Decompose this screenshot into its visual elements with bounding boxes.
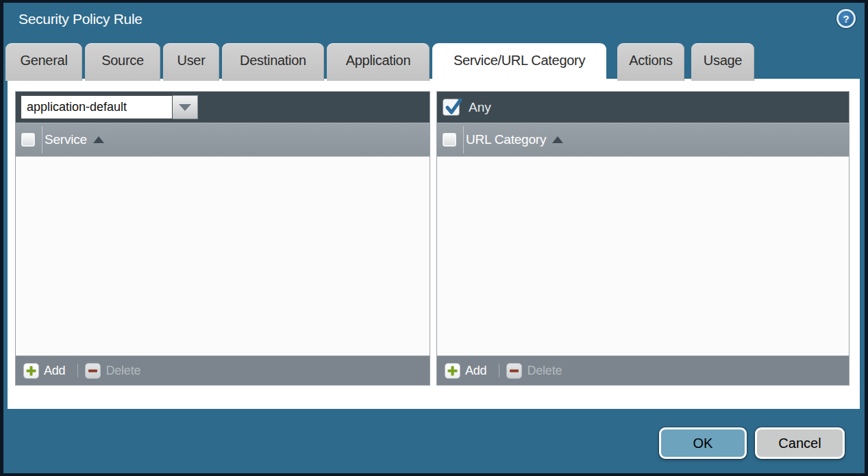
sort-ascending-icon — [93, 136, 104, 143]
service-panel: application-default Service Add — [15, 91, 430, 386]
service-column-header[interactable]: Service — [45, 132, 87, 147]
service-table-header: Service — [16, 123, 430, 156]
help-question-glyph: ? — [843, 13, 849, 25]
tab-application[interactable]: Application — [327, 43, 430, 81]
service-table-body[interactable] — [16, 156, 430, 355]
ok-button[interactable]: OK — [659, 427, 747, 459]
delete-button-label: Delete — [106, 364, 140, 378]
service-type-dropdown-button[interactable] — [173, 95, 198, 119]
toolbar-divider — [77, 364, 78, 377]
tab-general[interactable]: General — [5, 43, 82, 81]
tab-destination[interactable]: Destination — [222, 43, 324, 81]
column-divider — [42, 126, 42, 153]
service-delete-button[interactable]: Delete — [85, 363, 140, 379]
dialog-title: Security Policy Rule — [18, 11, 142, 27]
tab-actions[interactable]: Actions — [617, 43, 684, 81]
url-category-panel-footer: Add Delete — [437, 355, 849, 385]
column-divider — [463, 126, 464, 153]
help-icon[interactable]: ? — [836, 9, 856, 28]
service-panel-footer: Add Delete — [16, 355, 430, 385]
service-select-all-checkbox[interactable] — [21, 132, 36, 147]
plus-icon — [445, 363, 460, 379]
sort-ascending-icon — [552, 136, 563, 143]
tab-user[interactable]: User — [163, 43, 219, 81]
minus-icon — [506, 363, 522, 379]
toolbar-divider — [499, 364, 499, 377]
url-category-panel-toolbar: Any — [437, 92, 849, 123]
security-policy-rule-dialog: Security Policy Rule ? General Source Us… — [0, 0, 868, 476]
add-button-label: Add — [44, 364, 65, 378]
url-category-table-header: URL Category — [437, 123, 849, 156]
service-type-combobox: application-default — [21, 95, 198, 119]
any-checkbox[interactable] — [443, 99, 460, 116]
any-checkbox-label: Any — [469, 100, 491, 115]
minus-icon — [85, 363, 101, 379]
add-button-label: Add — [465, 364, 486, 378]
url-category-panel: Any URL Category Add — [436, 91, 850, 386]
url-category-table-body[interactable] — [437, 156, 849, 355]
service-add-button[interactable]: Add — [23, 363, 65, 379]
service-type-input[interactable]: application-default — [21, 95, 173, 119]
url-category-add-button[interactable]: Add — [445, 363, 486, 379]
url-category-delete-button[interactable]: Delete — [506, 363, 562, 379]
tab-service-url-category[interactable]: Service/URL Category — [432, 43, 606, 81]
plus-icon — [23, 363, 39, 379]
url-category-select-all-checkbox[interactable] — [442, 132, 457, 147]
url-category-column-header[interactable]: URL Category — [466, 132, 546, 147]
delete-button-label: Delete — [527, 364, 562, 378]
chevron-down-icon — [179, 104, 191, 111]
tab-bar: General Source User Destination Applicat… — [5, 43, 757, 81]
tab-usage[interactable]: Usage — [691, 43, 754, 81]
cancel-button[interactable]: Cancel — [755, 427, 845, 459]
service-panel-toolbar: application-default — [16, 92, 430, 123]
tab-source[interactable]: Source — [85, 43, 160, 81]
